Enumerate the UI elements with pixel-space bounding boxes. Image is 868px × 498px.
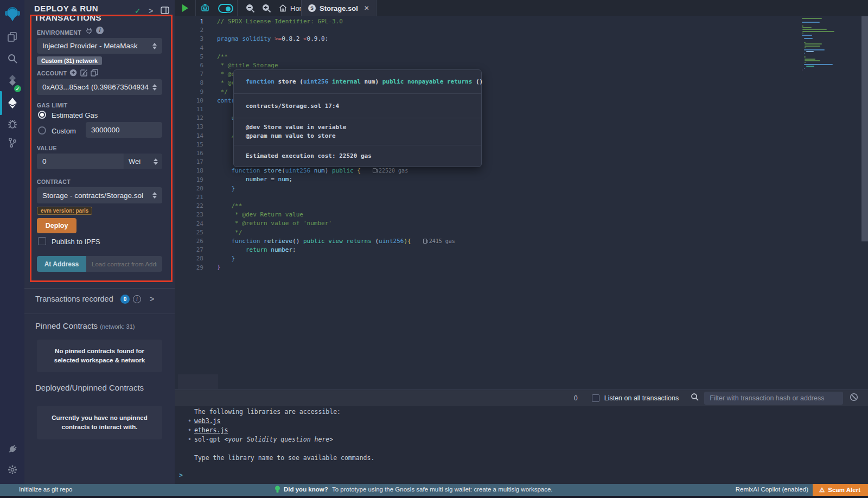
code-line: function retrieve() public view returns …: [217, 237, 455, 246]
solidity-file-icon: S: [308, 4, 316, 12]
git-init-button[interactable]: Initialize as git repo: [19, 486, 72, 493]
code-line: /**: [217, 53, 455, 61]
git-icon[interactable]: [0, 132, 24, 154]
deploy-run-icon[interactable]: [0, 92, 24, 114]
status-bar: Initialize as git repo Did you know? To …: [0, 484, 868, 496]
remix-logo[interactable]: [0, 3, 24, 24]
transactions-expand-icon[interactable]: >: [150, 295, 154, 303]
panel-title: DEPLOY & RUN TRANSACTIONS: [34, 4, 101, 22]
account-label: ACCOUNT: [37, 70, 67, 76]
environment-label: ENVIRONMENT: [37, 29, 81, 36]
edit-account-icon[interactable]: [80, 69, 88, 79]
environment-info-icon[interactable]: i: [96, 27, 104, 34]
terminal-library-item: ethers.js: [194, 426, 374, 435]
pin-panel-icon[interactable]: [161, 7, 169, 16]
line-number: 24: [175, 220, 203, 228]
run-script-button[interactable]: [175, 0, 195, 16]
contract-label: CONTRACT: [37, 178, 71, 185]
publish-ipfs-checkbox[interactable]: [38, 237, 46, 245]
zoom-out-button[interactable]: [242, 0, 258, 16]
custom-gas-label: Custom: [52, 127, 76, 135]
contract-select[interactable]: Storage - contracts/Storage.sol: [37, 187, 162, 203]
editor-gutter: 1234567891011121314151617181920212223242…: [175, 17, 203, 272]
terminal-prompt[interactable]: >: [179, 471, 183, 480]
unpinned-empty-message: Currently you have no unpinned contracts…: [37, 406, 162, 439]
statusbar-underline: [0, 496, 868, 498]
value-unit: Wei: [129, 157, 141, 165]
file-explorer-icon[interactable]: [0, 26, 24, 48]
gas-pump-icon: [423, 239, 427, 244]
line-number: 17: [175, 158, 203, 167]
remixai-assistant-button[interactable]: [196, 0, 214, 16]
estimated-gas-label: Estimated Gas: [52, 111, 98, 119]
editor-toolbar: Home S Storage.sol ✕: [175, 0, 868, 16]
zoom-in-button[interactable]: [258, 0, 275, 16]
code-line: */: [217, 228, 455, 237]
terminal-search-icon: [691, 393, 699, 403]
hover-tooltip: function store (uint256 internal num) pu…: [233, 69, 482, 167]
terminal-tx-count: 0: [574, 394, 578, 402]
code-line: * @dev Return value: [217, 210, 455, 219]
estimated-gas-radio[interactable]: [38, 111, 46, 119]
listen-transactions-checkbox[interactable]: [592, 394, 599, 402]
zoom-out-icon: [246, 4, 255, 13]
code-line: function store(uint256 num) public {2252…: [217, 167, 455, 175]
clear-console-icon[interactable]: [850, 393, 858, 404]
code-line: [217, 193, 455, 202]
solidity-compiler-icon[interactable]: ✓: [0, 69, 24, 91]
select-stepper-icon: [149, 43, 157, 49]
copy-account-icon[interactable]: [91, 69, 98, 79]
copilot-toggle[interactable]: [214, 0, 237, 16]
code-line: // SPDX-License-Identifier: GPL-3.0: [217, 17, 455, 26]
robot-icon: [200, 3, 210, 13]
debugger-icon[interactable]: [0, 113, 24, 135]
transaction-filter-input[interactable]: [704, 392, 843, 405]
warning-icon: ⚠: [819, 486, 825, 494]
custom-gas-input[interactable]: [86, 122, 162, 138]
select-stepper-icon: [149, 192, 157, 199]
value-unit-select[interactable]: Wei: [124, 154, 162, 169]
code-line: return number;: [217, 246, 455, 254]
terminal-library-item: sol-gpt <your Solidity question here>: [194, 435, 374, 444]
transactions-info-icon[interactable]: i: [133, 295, 141, 303]
terminal-toolbar: 0 Listen on all transactions: [175, 390, 868, 406]
tooltip-gas-estimate: Estimated execution cost: 22520 gas: [234, 145, 481, 167]
gas-limit-label: GAS LIMIT: [37, 102, 68, 108]
at-address-input[interactable]: [86, 256, 162, 272]
pinned-title-text: Pinned Contracts: [35, 321, 98, 330]
line-number: 23: [175, 210, 203, 219]
tab-close-icon[interactable]: ✕: [364, 4, 369, 12]
line-number: 1: [175, 17, 203, 26]
deploy-button[interactable]: Deploy: [37, 218, 76, 233]
contract-selected-value: Storage - contracts/Storage.sol: [42, 191, 143, 200]
line-number: 10: [175, 97, 203, 105]
library-link[interactable]: web3.js: [194, 417, 220, 425]
tab-storage-sol[interactable]: S Storage.sol ✕: [301, 0, 376, 16]
tab-label: Storage.sol: [320, 4, 358, 12]
copilot-status[interactable]: RemixAI Copilot (enabled): [736, 486, 808, 493]
value-input[interactable]: [37, 154, 124, 169]
vertical-scrollbar[interactable]: [861, 16, 868, 241]
settings-icon[interactable]: [0, 459, 24, 481]
plugin-manager-icon[interactable]: [0, 438, 24, 460]
environment-select[interactable]: Injected Provider - MetaMask: [37, 38, 162, 54]
search-icon[interactable]: [0, 48, 24, 69]
line-number: 21: [175, 193, 203, 202]
plug-icon[interactable]: [86, 27, 92, 37]
custom-gas-radio[interactable]: [38, 126, 46, 135]
scam-alert-button[interactable]: ⚠ Scam Alert: [813, 484, 868, 496]
did-you-know-text: To prototype using the Gnosis safe multi…: [332, 486, 553, 493]
add-account-icon[interactable]: [69, 69, 77, 79]
toggle-icon: [218, 4, 233, 13]
value-label: VALUE: [37, 145, 57, 151]
panel-collapse-icon[interactable]: >: [149, 7, 153, 15]
account-selected-value: 0xA03...85ac4 (0.398673504934: [42, 83, 149, 91]
horizontal-scrollbar[interactable]: [178, 374, 218, 389]
line-number: 14: [175, 132, 203, 141]
at-address-button[interactable]: At Address: [37, 256, 86, 272]
library-link[interactable]: ethers.js: [194, 426, 228, 434]
account-select[interactable]: 0xA03...85ac4 (0.398673504934: [37, 79, 162, 95]
terminal[interactable]: The following libraries are accessible:w…: [175, 406, 868, 484]
gas-estimate-annotation: 2415 gas: [423, 238, 455, 244]
editor-minimap[interactable]: [802, 18, 845, 71]
